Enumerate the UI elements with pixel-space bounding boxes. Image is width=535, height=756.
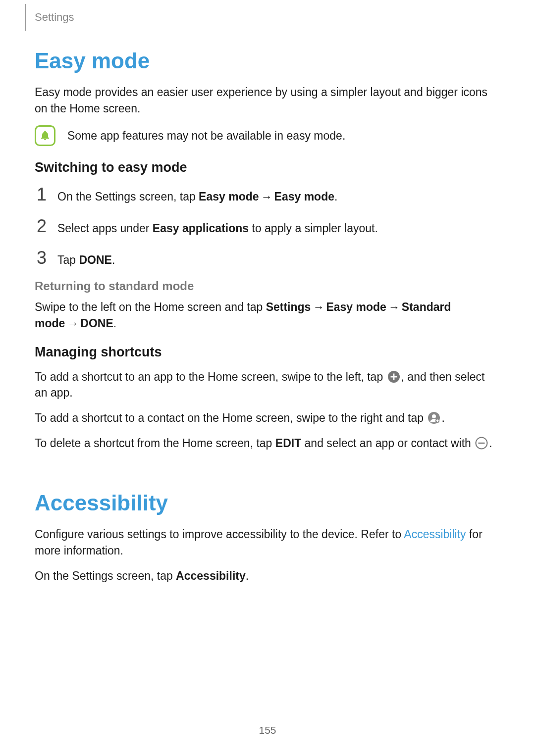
text: . (246, 569, 249, 582)
breadcrumb: Settings (25, 0, 74, 35)
page: Settings Easy mode Easy mode provides an… (0, 0, 535, 756)
step-number: 2 (35, 216, 49, 237)
heading-easy-mode: Easy mode (35, 49, 500, 73)
text: On the Settings screen, tap (35, 569, 176, 582)
arrow-icon: → (386, 301, 402, 313)
step-text: Tap DONE. (57, 252, 115, 268)
heading-accessibility: Accessibility (35, 491, 500, 515)
text: . (441, 411, 444, 424)
returning-text: Swipe to the left on the Home screen and… (35, 299, 500, 331)
text: . (489, 437, 492, 450)
step-text: On the Settings screen, tap Easy mode→Ea… (57, 189, 337, 204)
step-number: 3 (35, 248, 49, 268)
text: to apply a simpler layout. (249, 222, 378, 235)
accessibility-link[interactable]: Accessibility (404, 528, 466, 541)
step-text: Select apps under Easy applications to a… (57, 220, 378, 236)
heading-returning: Returning to standard mode (35, 279, 500, 293)
breadcrumb-text: Settings (35, 11, 74, 24)
page-number: 155 (0, 724, 535, 736)
text: . (113, 317, 116, 330)
note-row: Some app features may not be available i… (35, 125, 500, 146)
content: Easy mode Easy mode provides an easier u… (35, 0, 500, 584)
accessibility-p2: On the Settings screen, tap Accessibilit… (35, 568, 500, 584)
step-3: 3 Tap DONE. (35, 248, 500, 268)
heading-switching: Switching to easy mode (35, 160, 500, 175)
bold: Easy mode (326, 301, 386, 313)
accessibility-p1: Configure various settings to improve ac… (35, 526, 500, 558)
text: To add a shortcut to a contact on the Ho… (35, 411, 427, 424)
arrow-icon: → (65, 317, 80, 330)
text: Select apps under (57, 222, 153, 235)
text: . (334, 190, 337, 203)
managing-p2: To add a shortcut to a contact on the Ho… (35, 410, 500, 426)
step-2: 2 Select apps under Easy applications to… (35, 216, 500, 237)
step-number: 1 (35, 184, 49, 205)
text: To add a shortcut to an app to the Home … (35, 370, 386, 383)
text: On the Settings screen, tap (57, 190, 199, 203)
bold: Easy applications (153, 222, 249, 235)
text: Tap (57, 253, 79, 266)
text: Configure various settings to improve ac… (35, 528, 404, 541)
plus-circle-icon (387, 370, 400, 383)
text: To delete a shortcut from the Home scree… (35, 437, 275, 450)
bold: Easy mode (274, 190, 334, 203)
bold: Settings (266, 301, 311, 313)
text: and select an app or contact with (301, 437, 474, 450)
managing-p3: To delete a shortcut from the Home scree… (35, 435, 500, 452)
bold: Easy mode (199, 190, 259, 203)
add-contact-icon (428, 411, 440, 424)
bold: DONE (80, 317, 113, 330)
text: . (112, 253, 115, 266)
svg-rect-2 (390, 376, 397, 377)
bold: Accessibility (176, 569, 246, 582)
easy-mode-intro: Easy mode provides an easier user experi… (35, 84, 500, 116)
arrow-icon: → (311, 301, 326, 313)
arrow-icon: → (259, 190, 274, 203)
svg-rect-9 (479, 442, 485, 443)
svg-rect-7 (436, 420, 439, 421)
heading-managing: Managing shortcuts (35, 345, 500, 360)
step-1: 1 On the Settings screen, tap Easy mode→… (35, 184, 500, 205)
notice-bell-icon (35, 125, 55, 146)
note-text: Some app features may not be available i… (67, 128, 345, 144)
bold: EDIT (275, 437, 301, 450)
minus-circle-icon (475, 437, 488, 450)
managing-p1: To add a shortcut to an app to the Home … (35, 369, 500, 401)
breadcrumb-divider (25, 4, 26, 31)
text: Swipe to the left on the Home screen and… (35, 301, 266, 313)
bold: DONE (79, 253, 111, 266)
spacer (35, 460, 500, 491)
svg-point-4 (432, 414, 436, 418)
